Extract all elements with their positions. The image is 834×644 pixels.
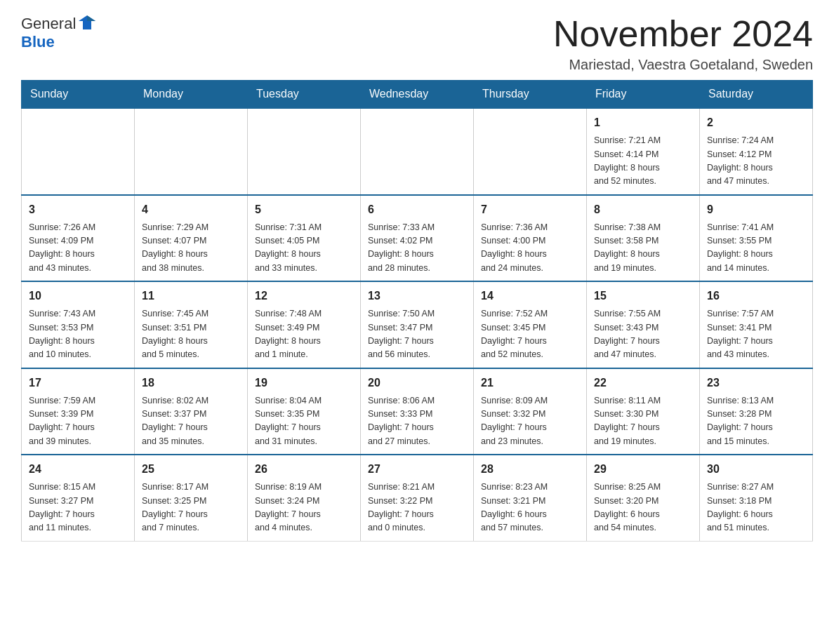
calendar-header-row: Sunday Monday Tuesday Wednesday Thursday…: [22, 81, 813, 109]
svg-marker-1: [87, 15, 95, 21]
day-number: 17: [29, 375, 127, 391]
calendar-cell: 22Sunrise: 8:11 AM Sunset: 3:30 PM Dayli…: [587, 368, 700, 455]
calendar-cell: 11Sunrise: 7:45 AM Sunset: 3:51 PM Dayli…: [135, 281, 248, 368]
day-number: 21: [481, 375, 579, 391]
day-number: 18: [142, 375, 240, 391]
calendar-cell: 15Sunrise: 7:55 AM Sunset: 3:43 PM Dayli…: [587, 281, 700, 368]
day-info: Sunrise: 7:52 AM Sunset: 3:45 PM Dayligh…: [481, 307, 579, 362]
day-number: 1: [594, 114, 692, 131]
day-info: Sunrise: 8:04 AM Sunset: 3:35 PM Dayligh…: [255, 394, 353, 449]
calendar-cell: 3Sunrise: 7:26 AM Sunset: 4:09 PM Daylig…: [22, 195, 135, 282]
day-info: Sunrise: 7:24 AM Sunset: 4:12 PM Dayligh…: [707, 134, 805, 189]
col-wednesday: Wednesday: [361, 81, 474, 109]
col-monday: Monday: [135, 81, 248, 109]
day-info: Sunrise: 8:17 AM Sunset: 3:25 PM Dayligh…: [142, 481, 240, 535]
day-info: Sunrise: 8:06 AM Sunset: 3:33 PM Dayligh…: [368, 394, 466, 449]
calendar-cell: 28Sunrise: 8:23 AM Sunset: 3:21 PM Dayli…: [474, 455, 587, 541]
day-number: 13: [368, 288, 466, 304]
day-number: 9: [707, 201, 805, 218]
calendar-cell: 13Sunrise: 7:50 AM Sunset: 3:47 PM Dayli…: [361, 281, 474, 368]
day-number: 11: [142, 288, 240, 304]
month-year-title: November 2024: [553, 14, 813, 54]
calendar-cell: 6Sunrise: 7:33 AM Sunset: 4:02 PM Daylig…: [361, 195, 474, 282]
day-number: 4: [142, 201, 240, 218]
calendar-cell: 20Sunrise: 8:06 AM Sunset: 3:33 PM Dayli…: [361, 368, 474, 455]
calendar-cell: 19Sunrise: 8:04 AM Sunset: 3:35 PM Dayli…: [248, 368, 361, 455]
calendar-cell: 30Sunrise: 8:27 AM Sunset: 3:18 PM Dayli…: [700, 455, 813, 541]
week-row-5: 24Sunrise: 8:15 AM Sunset: 3:27 PM Dayli…: [22, 455, 813, 541]
day-info: Sunrise: 8:13 AM Sunset: 3:28 PM Dayligh…: [707, 394, 805, 449]
day-number: 6: [368, 201, 466, 218]
calendar-cell: 29Sunrise: 8:25 AM Sunset: 3:20 PM Dayli…: [587, 455, 700, 541]
day-info: Sunrise: 7:36 AM Sunset: 4:00 PM Dayligh…: [481, 221, 579, 276]
week-row-2: 3Sunrise: 7:26 AM Sunset: 4:09 PM Daylig…: [22, 195, 813, 282]
day-number: 2: [707, 114, 805, 131]
col-saturday: Saturday: [700, 81, 813, 109]
day-number: 25: [142, 461, 240, 478]
day-number: 19: [255, 375, 353, 391]
day-number: 15: [594, 288, 692, 304]
day-number: 12: [255, 288, 353, 304]
day-info: Sunrise: 7:41 AM Sunset: 3:55 PM Dayligh…: [707, 221, 805, 276]
page-header: General Blue November 2024 Mariestad, Va…: [21, 14, 813, 73]
day-info: Sunrise: 8:09 AM Sunset: 3:32 PM Dayligh…: [481, 394, 579, 449]
week-row-4: 17Sunrise: 7:59 AM Sunset: 3:39 PM Dayli…: [22, 368, 813, 455]
calendar-cell: 10Sunrise: 7:43 AM Sunset: 3:53 PM Dayli…: [22, 281, 135, 368]
day-number: 28: [481, 461, 579, 478]
calendar-cell: [135, 108, 248, 195]
day-info: Sunrise: 7:57 AM Sunset: 3:41 PM Dayligh…: [707, 307, 805, 362]
week-row-1: 1Sunrise: 7:21 AM Sunset: 4:14 PM Daylig…: [22, 108, 813, 195]
day-number: 16: [707, 288, 805, 304]
calendar-cell: 8Sunrise: 7:38 AM Sunset: 3:58 PM Daylig…: [587, 195, 700, 282]
day-info: Sunrise: 7:29 AM Sunset: 4:07 PM Dayligh…: [142, 221, 240, 276]
day-info: Sunrise: 7:43 AM Sunset: 3:53 PM Dayligh…: [29, 307, 127, 362]
logo-blue-text: Blue: [21, 34, 55, 51]
day-number: 7: [481, 201, 579, 218]
col-thursday: Thursday: [474, 81, 587, 109]
calendar-cell: 23Sunrise: 8:13 AM Sunset: 3:28 PM Dayli…: [700, 368, 813, 455]
title-block: November 2024 Mariestad, Vaestra Goetala…: [553, 14, 813, 73]
calendar-cell: 16Sunrise: 7:57 AM Sunset: 3:41 PM Dayli…: [700, 281, 813, 368]
calendar-cell: 9Sunrise: 7:41 AM Sunset: 3:55 PM Daylig…: [700, 195, 813, 282]
day-info: Sunrise: 7:48 AM Sunset: 3:49 PM Dayligh…: [255, 307, 353, 362]
logo-general-text: General: [21, 15, 76, 32]
calendar-cell: 4Sunrise: 7:29 AM Sunset: 4:07 PM Daylig…: [135, 195, 248, 282]
calendar-cell: 25Sunrise: 8:17 AM Sunset: 3:25 PM Dayli…: [135, 455, 248, 541]
col-friday: Friday: [587, 81, 700, 109]
day-info: Sunrise: 8:25 AM Sunset: 3:20 PM Dayligh…: [594, 481, 692, 535]
calendar-cell: [474, 108, 587, 195]
calendar-cell: 5Sunrise: 7:31 AM Sunset: 4:05 PM Daylig…: [248, 195, 361, 282]
day-info: Sunrise: 7:59 AM Sunset: 3:39 PM Dayligh…: [29, 394, 127, 449]
calendar-cell: 17Sunrise: 7:59 AM Sunset: 3:39 PM Dayli…: [22, 368, 135, 455]
col-tuesday: Tuesday: [248, 81, 361, 109]
calendar-cell: 12Sunrise: 7:48 AM Sunset: 3:49 PM Dayli…: [248, 281, 361, 368]
week-row-3: 10Sunrise: 7:43 AM Sunset: 3:53 PM Dayli…: [22, 281, 813, 368]
calendar-cell: 26Sunrise: 8:19 AM Sunset: 3:24 PM Dayli…: [248, 455, 361, 541]
day-info: Sunrise: 8:11 AM Sunset: 3:30 PM Dayligh…: [594, 394, 692, 449]
day-number: 22: [594, 375, 692, 391]
calendar-cell: 24Sunrise: 8:15 AM Sunset: 3:27 PM Dayli…: [22, 455, 135, 541]
col-sunday: Sunday: [22, 81, 135, 109]
logo-flag-icon: [77, 14, 97, 34]
calendar-cell: 27Sunrise: 8:21 AM Sunset: 3:22 PM Dayli…: [361, 455, 474, 541]
day-number: 8: [594, 201, 692, 218]
day-number: 14: [481, 288, 579, 304]
location-subtitle: Mariestad, Vaestra Goetaland, Sweden: [553, 57, 813, 73]
day-info: Sunrise: 8:15 AM Sunset: 3:27 PM Dayligh…: [29, 481, 127, 535]
calendar-cell: 18Sunrise: 8:02 AM Sunset: 3:37 PM Dayli…: [135, 368, 248, 455]
day-number: 23: [707, 375, 805, 391]
day-number: 3: [29, 201, 127, 218]
day-info: Sunrise: 8:02 AM Sunset: 3:37 PM Dayligh…: [142, 394, 240, 449]
calendar-table: Sunday Monday Tuesday Wednesday Thursday…: [21, 80, 813, 542]
day-info: Sunrise: 7:31 AM Sunset: 4:05 PM Dayligh…: [255, 221, 353, 276]
calendar-cell: 7Sunrise: 7:36 AM Sunset: 4:00 PM Daylig…: [474, 195, 587, 282]
day-info: Sunrise: 7:38 AM Sunset: 3:58 PM Dayligh…: [594, 221, 692, 276]
day-info: Sunrise: 8:27 AM Sunset: 3:18 PM Dayligh…: [707, 481, 805, 535]
calendar-cell: 14Sunrise: 7:52 AM Sunset: 3:45 PM Dayli…: [474, 281, 587, 368]
day-number: 29: [594, 461, 692, 478]
day-number: 26: [255, 461, 353, 478]
day-info: Sunrise: 7:21 AM Sunset: 4:14 PM Dayligh…: [594, 134, 692, 189]
day-number: 10: [29, 288, 127, 304]
day-info: Sunrise: 8:23 AM Sunset: 3:21 PM Dayligh…: [481, 481, 579, 535]
day-info: Sunrise: 7:33 AM Sunset: 4:02 PM Dayligh…: [368, 221, 466, 276]
